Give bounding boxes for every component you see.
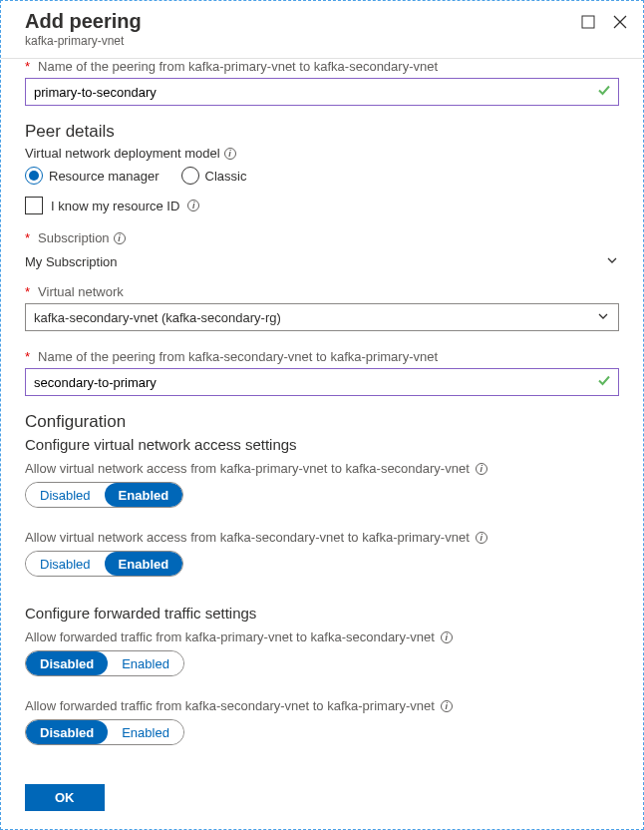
info-icon[interactable]: i [476, 532, 487, 544]
toggle-disabled-option[interactable]: Disabled [26, 720, 108, 744]
checkmark-icon [597, 374, 611, 391]
virtual-network-label-text: Virtual network [38, 284, 124, 299]
panel-title: Add peering [25, 9, 142, 33]
ok-button[interactable]: OK [25, 784, 105, 811]
radio-unselected-icon [181, 167, 199, 185]
forwarded-toggle-2[interactable]: Disabled Enabled [25, 719, 184, 745]
forwarded-desc-2: Allow forwarded traffic from kafka-secon… [25, 698, 619, 713]
access-toggle-1[interactable]: Disabled Enabled [25, 482, 183, 508]
forwarded-toggle-1[interactable]: Disabled Enabled [25, 650, 184, 676]
add-peering-panel: Add peering kafka-primary-vnet * Name of… [0, 0, 644, 830]
access-desc-1: Allow virtual network access from kafka-… [25, 461, 619, 476]
subscription-label: * Subscription i [25, 230, 619, 245]
deployment-model-radio-group: Resource manager Classic [25, 167, 619, 185]
chevron-down-icon [605, 253, 619, 270]
panel-subtitle: kafka-primary-vnet [25, 34, 142, 48]
virtual-network-label: * Virtual network [25, 284, 619, 299]
peer-details-heading: Peer details [25, 122, 619, 142]
know-resource-id-label: I know my resource ID [51, 199, 179, 213]
content: * Name of the peering from kafka-primary… [1, 47, 643, 763]
radio-selected-icon [25, 167, 43, 185]
required-star-icon: * [25, 349, 30, 364]
toggle-enabled-option[interactable]: Enabled [108, 651, 183, 675]
info-icon[interactable]: i [114, 232, 126, 244]
peering-name-2-label: * Name of the peering from kafka-seconda… [25, 349, 619, 364]
toggle-enabled-option[interactable]: Enabled [105, 552, 183, 576]
peering-name-1-label-text: Name of the peering from kafka-primary-v… [38, 59, 438, 74]
required-star-icon: * [25, 59, 30, 74]
checkbox-unchecked-icon [25, 197, 43, 214]
configuration-heading: Configuration [25, 412, 619, 432]
peering-name-2-input-wrap [25, 368, 619, 396]
peering-name-1-input[interactable] [25, 78, 619, 106]
toggle-disabled-option[interactable]: Disabled [26, 552, 105, 576]
required-star-icon: * [25, 230, 30, 245]
radio-resource-manager-label: Resource manager [49, 169, 160, 184]
toggle-enabled-option[interactable]: Enabled [105, 483, 183, 507]
close-button[interactable] [611, 13, 629, 31]
svg-rect-0 [582, 16, 594, 28]
access-desc-2-text: Allow virtual network access from kafka-… [25, 530, 470, 545]
access-toggle-2[interactable]: Disabled Enabled [25, 551, 183, 577]
radio-classic-label: Classic [205, 169, 247, 184]
peering-name-1-input-wrap [25, 78, 619, 106]
info-icon[interactable]: i [476, 463, 487, 475]
radio-classic[interactable]: Classic [181, 167, 247, 185]
info-icon[interactable]: i [187, 200, 199, 211]
header-controls [579, 9, 629, 31]
subscription-value: My Subscription [25, 254, 117, 269]
forwarded-desc-1-text: Allow forwarded traffic from kafka-prima… [25, 629, 435, 644]
virtual-network-value: kafka-secondary-vnet (kafka-secondary-rg… [34, 310, 281, 325]
access-settings-heading: Configure virtual network access setting… [25, 436, 619, 453]
know-resource-id-checkbox[interactable]: I know my resource ID i [25, 197, 619, 214]
deployment-model-label-text: Virtual network deployment model [25, 146, 220, 161]
required-star-icon: * [25, 284, 30, 299]
checkmark-icon [597, 84, 611, 101]
chevron-down-icon [596, 309, 610, 326]
forwarded-desc-2-text: Allow forwarded traffic from kafka-secon… [25, 698, 435, 713]
toggle-disabled-option[interactable]: Disabled [26, 651, 108, 675]
subscription-dropdown[interactable]: My Subscription [25, 249, 619, 284]
toggle-enabled-option[interactable]: Enabled [108, 720, 183, 744]
info-icon[interactable]: i [441, 631, 453, 643]
close-icon [613, 15, 627, 29]
info-icon[interactable]: i [441, 700, 453, 712]
access-desc-1-text: Allow virtual network access from kafka-… [25, 461, 470, 476]
maximize-icon [581, 15, 595, 29]
header-text: Add peering kafka-primary-vnet [25, 9, 142, 48]
content-scroll[interactable]: * Name of the peering from kafka-primary… [1, 47, 643, 763]
maximize-button[interactable] [579, 13, 597, 31]
deployment-model-label: Virtual network deployment model i [25, 146, 619, 161]
access-desc-2: Allow virtual network access from kafka-… [25, 530, 619, 545]
forwarded-settings-heading: Configure forwarded traffic settings [25, 605, 619, 622]
virtual-network-select[interactable]: kafka-secondary-vnet (kafka-secondary-rg… [25, 303, 619, 331]
toggle-disabled-option[interactable]: Disabled [26, 483, 105, 507]
peering-name-2-label-text: Name of the peering from kafka-secondary… [38, 349, 438, 364]
subscription-label-text: Subscription [38, 230, 110, 245]
radio-resource-manager[interactable]: Resource manager [25, 167, 160, 185]
info-icon[interactable]: i [224, 148, 236, 160]
peering-name-2-input[interactable] [25, 368, 619, 396]
peering-name-1-label: * Name of the peering from kafka-primary… [25, 59, 619, 74]
footer: OK [1, 770, 643, 829]
forwarded-desc-1: Allow forwarded traffic from kafka-prima… [25, 629, 619, 644]
